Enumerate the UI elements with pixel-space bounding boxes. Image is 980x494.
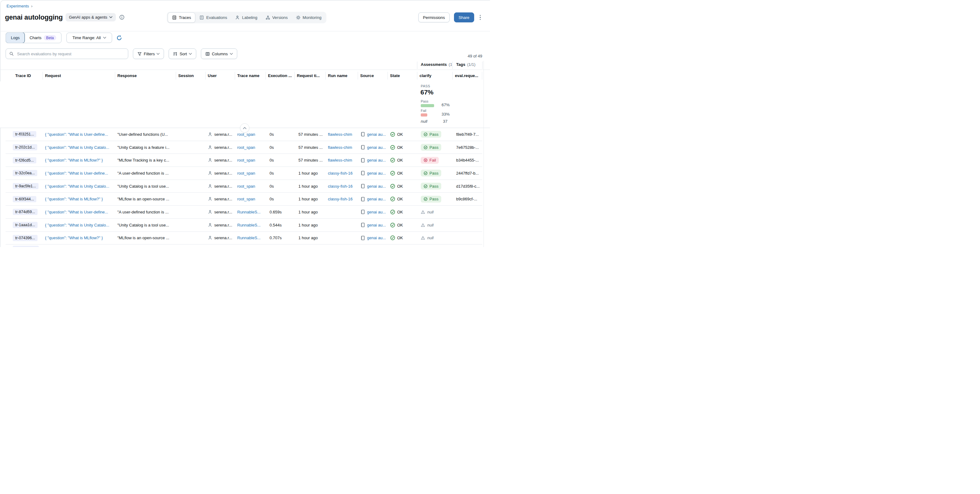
run-name-link[interactable]: flawless-chim bbox=[328, 145, 352, 150]
clarify-pass-badge[interactable]: Pass bbox=[421, 196, 441, 202]
tab-versions[interactable]: Versions bbox=[261, 13, 292, 22]
versions-icon bbox=[266, 15, 270, 20]
trace-name-link[interactable]: RunnableS... bbox=[237, 223, 261, 228]
col-header-request-time[interactable]: Request ti... bbox=[294, 70, 325, 81]
clarify-pass-badge[interactable]: Pass bbox=[421, 170, 441, 177]
trace-id-pill[interactable]: tr-1aaa1d... bbox=[13, 222, 38, 228]
trace-name-link[interactable]: RunnableS... bbox=[237, 210, 261, 214]
col-header-trace-id[interactable]: Trace ID bbox=[6, 70, 43, 81]
col-header-clarify[interactable]: clarify bbox=[417, 70, 452, 81]
request-cell[interactable]: { "question": "What is MLflow?" } bbox=[43, 197, 115, 201]
clarify-pass-badge[interactable]: Pass bbox=[421, 131, 441, 138]
notebook-icon bbox=[360, 223, 365, 228]
trace-name-link[interactable]: root_span bbox=[237, 158, 255, 163]
trace-id-pill[interactable]: tr-874d59... bbox=[13, 209, 38, 215]
summary-pass-caption: PASS bbox=[421, 84, 430, 88]
trace-name-link[interactable]: RunnableS... bbox=[237, 236, 261, 240]
trace-name-link[interactable]: root_span bbox=[237, 171, 255, 175]
run-name-link[interactable]: flawless-chim bbox=[328, 132, 352, 137]
time-range-dropdown[interactable]: Time Range: All bbox=[67, 33, 112, 43]
warning-triangle-icon bbox=[421, 236, 425, 240]
refresh-icon[interactable] bbox=[116, 35, 123, 41]
request-cell[interactable]: { "question": "What is MLflow?" } bbox=[43, 236, 115, 240]
col-header-request[interactable]: Request bbox=[43, 70, 115, 81]
col-header-eval-request-id[interactable]: eval.reque... bbox=[452, 70, 482, 81]
trace-id-pill[interactable]: tr-f03251... bbox=[13, 131, 36, 137]
col-header-response[interactable]: Response bbox=[115, 70, 176, 81]
source-link[interactable]: genai au... bbox=[367, 132, 386, 137]
trace-name-link[interactable]: root_span bbox=[237, 132, 255, 137]
trace-id-pill[interactable]: tr-60f344... bbox=[13, 196, 36, 202]
info-icon[interactable] bbox=[119, 14, 124, 20]
logs-tab[interactable]: Logs bbox=[6, 32, 25, 43]
tab-monitoring[interactable]: Monitoring bbox=[292, 13, 326, 22]
trace-name-link[interactable]: root_span bbox=[237, 184, 255, 189]
breadcrumb-experiments-link[interactable]: Experiments bbox=[6, 4, 29, 8]
title-row: genai autologging GenAI apps & agents bbox=[5, 13, 124, 21]
ok-check-circle-icon bbox=[390, 132, 395, 137]
source-link[interactable]: genai au... bbox=[367, 223, 386, 228]
collapse-summary-button[interactable] bbox=[240, 123, 249, 133]
run-name-link[interactable]: classy-fish-16 bbox=[328, 171, 352, 175]
source-link[interactable]: genai au... bbox=[367, 158, 386, 163]
clarify-pass-badge[interactable]: Pass bbox=[421, 144, 441, 151]
run-name-link[interactable]: classy-fish-16 bbox=[328, 184, 352, 189]
col-header-run-name[interactable]: Run name bbox=[325, 70, 358, 81]
col-header-source[interactable]: Source bbox=[358, 70, 388, 81]
source-link[interactable]: genai au... bbox=[367, 184, 386, 189]
user-cell: serena.r... bbox=[214, 132, 232, 137]
source-link[interactable]: genai au... bbox=[367, 210, 386, 214]
request-cell[interactable]: { "question": "What is User-define... bbox=[43, 210, 115, 214]
request-cell[interactable]: { "question": "What is Unity Catalo... bbox=[43, 184, 115, 189]
summary-null-label: null bbox=[421, 119, 427, 124]
summary-null-count: 37 bbox=[443, 119, 447, 124]
trace-id-pill[interactable]: tr-32c0ea... bbox=[13, 170, 37, 176]
tab-traces[interactable]: Traces bbox=[168, 13, 195, 23]
trace-id-pill[interactable]: tr-9ac5fe1... bbox=[13, 183, 38, 189]
user-icon bbox=[208, 158, 212, 163]
request-cell[interactable]: { "question": "What is Unity Catalo... bbox=[43, 145, 115, 150]
col-header-session[interactable]: Session bbox=[176, 70, 205, 81]
table-row: tr-202c1d... { "question": "What is Unit… bbox=[6, 141, 482, 154]
share-button[interactable]: Share bbox=[454, 13, 474, 22]
overflow-menu-icon[interactable] bbox=[479, 14, 482, 21]
summary-fail-label: Fail bbox=[421, 109, 427, 113]
source-link[interactable]: genai au... bbox=[367, 236, 386, 240]
run-name-link[interactable]: flawless-chim bbox=[328, 158, 352, 163]
tab-labeling[interactable]: Labeling bbox=[231, 13, 261, 22]
charts-tab[interactable]: Charts Beta bbox=[24, 33, 61, 43]
sort-button[interactable]: Sort bbox=[169, 48, 196, 59]
request-cell[interactable]: { "question": "What is User-define... bbox=[43, 171, 115, 175]
trace-id-pill[interactable]: tr-f26cd5... bbox=[13, 157, 36, 163]
request-cell[interactable]: { "question": "What is MLflow?" } bbox=[43, 158, 115, 163]
trace-id-pill[interactable]: tr-074396... bbox=[13, 235, 38, 241]
source-link[interactable]: genai au... bbox=[367, 197, 386, 201]
user-icon bbox=[208, 236, 212, 240]
permissions-button[interactable]: Permissions bbox=[418, 13, 450, 22]
experiment-type-dropdown[interactable]: GenAI apps & agents bbox=[65, 13, 116, 21]
filters-button[interactable]: Filters bbox=[133, 48, 164, 59]
response-cell: "MLflow is an open-source ... bbox=[115, 236, 176, 240]
request-cell[interactable]: { "question": "What is Unity Catalo... bbox=[43, 223, 115, 228]
clarify-fail-badge[interactable]: Fail bbox=[421, 157, 439, 164]
trace-name-link[interactable]: root_span bbox=[237, 145, 255, 150]
columns-button[interactable]: Columns bbox=[201, 48, 237, 59]
col-header-trace-name[interactable]: Trace name bbox=[235, 70, 266, 81]
run-name-link[interactable]: classy-fish-16 bbox=[328, 197, 352, 201]
col-header-execution[interactable]: Execution ... bbox=[266, 70, 294, 81]
source-link[interactable]: genai au... bbox=[367, 171, 386, 175]
notebook-icon bbox=[360, 145, 365, 150]
request-cell[interactable]: { "question": "What is User-define... bbox=[43, 132, 115, 137]
source-link[interactable]: genai au... bbox=[367, 145, 386, 150]
tab-evaluations[interactable]: Evaluations bbox=[195, 13, 231, 22]
trace-name-link[interactable]: root_span bbox=[237, 197, 255, 201]
assessments-summary-panel: PASS 67% Pass 67% Fail 33% null 37 bbox=[0, 81, 490, 128]
trace-id-pill[interactable]: tr-202c1d... bbox=[13, 144, 37, 150]
col-header-user[interactable]: User bbox=[205, 70, 235, 81]
request-time-cell: 1 hour ago bbox=[294, 223, 325, 228]
col-header-state[interactable]: State bbox=[388, 70, 417, 81]
chevron-down-icon bbox=[109, 16, 112, 18]
search-input[interactable] bbox=[16, 51, 125, 57]
clarify-pass-badge[interactable]: Pass bbox=[421, 183, 441, 190]
table-toolbar: Filters Sort Columns bbox=[6, 48, 237, 59]
